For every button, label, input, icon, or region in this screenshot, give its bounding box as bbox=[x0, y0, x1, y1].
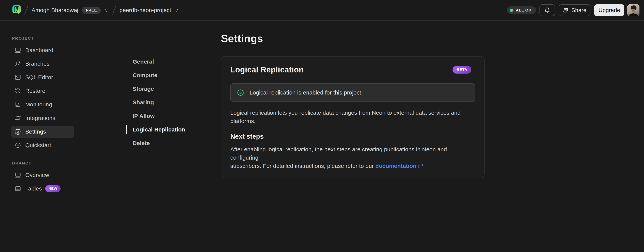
project-name: peerdb-neon-project bbox=[120, 7, 171, 14]
upgrade-button[interactable]: Upgrade bbox=[594, 4, 624, 16]
documentation-link[interactable]: documentation bbox=[376, 163, 416, 169]
status-pill[interactable]: ALL OK bbox=[507, 6, 536, 14]
banner-text: Logical replication is enabled for this … bbox=[250, 90, 363, 96]
sidebar-item-label: Settings bbox=[25, 128, 46, 135]
unfold-icon bbox=[104, 8, 109, 13]
settings-nav-ip-allow[interactable]: IP Allow bbox=[132, 109, 189, 123]
sidebar-item-label: Integrations bbox=[25, 115, 55, 121]
settings-nav-storage[interactable]: Storage bbox=[132, 82, 189, 96]
sidebar-item-monitoring[interactable]: Monitoring bbox=[11, 98, 74, 110]
sidebar-item-dashboard[interactable]: Dashboard bbox=[11, 44, 74, 56]
settings-nav-label: Storage bbox=[132, 86, 154, 92]
project-section-label: PROJECT bbox=[12, 36, 86, 41]
bell-icon bbox=[544, 7, 550, 13]
breadcrumb-separator bbox=[112, 5, 116, 15]
settings-nav-general[interactable]: General bbox=[132, 55, 189, 68]
sidebar-item-label: Tables bbox=[25, 186, 42, 192]
project-nav-list: Dashboard Branches SQL Editor Restore Mo… bbox=[0, 44, 86, 151]
share-label: Share bbox=[572, 7, 586, 14]
sidebar-item-label: Quickstart bbox=[25, 142, 51, 148]
sidebar-item-label: Restore bbox=[25, 88, 45, 94]
tables-icon bbox=[15, 186, 21, 192]
share-button[interactable]: Share bbox=[559, 4, 590, 16]
branches-icon bbox=[15, 60, 21, 67]
plan-badge: FREE bbox=[82, 6, 101, 14]
avatar[interactable] bbox=[628, 4, 640, 16]
success-banner: Logical replication is enabled for this … bbox=[230, 83, 475, 102]
status-label: ALL OK bbox=[516, 8, 532, 12]
settings-nav-label: General bbox=[132, 58, 154, 65]
sidebar-item-label: Dashboard bbox=[25, 47, 54, 54]
org-breadcrumb[interactable]: Amogh Bharadwaj FREE bbox=[32, 6, 109, 14]
sidebar-item-branches[interactable]: Branches bbox=[11, 58, 74, 70]
sidebar-item-sql-editor[interactable]: SQL Editor bbox=[11, 71, 74, 83]
sidebar-item-label: Monitoring bbox=[25, 101, 52, 108]
sidebar-item-quickstart[interactable]: Quickstart bbox=[11, 139, 74, 151]
settings-nav-label: Sharing bbox=[132, 99, 154, 106]
sidebar-item-overview[interactable]: Overview bbox=[11, 169, 74, 181]
sidebar-item-label: Overview bbox=[25, 172, 49, 178]
sidebar-item-restore[interactable]: Restore bbox=[11, 85, 74, 97]
main-content: Settings Logical Replication BETA Logica… bbox=[221, 32, 484, 178]
sidebar-item-label: Branches bbox=[25, 60, 50, 67]
sidebar-item-settings[interactable]: Settings bbox=[11, 126, 74, 138]
monitoring-icon bbox=[15, 101, 21, 108]
next-steps-title: Next steps bbox=[230, 132, 475, 141]
sql-editor-icon bbox=[15, 74, 21, 80]
settings-nav-delete[interactable]: Delete bbox=[132, 136, 189, 150]
settings-nav-label: Logical Replication bbox=[132, 126, 185, 133]
project-breadcrumb[interactable]: peerdb-neon-project bbox=[120, 7, 180, 14]
next-steps-text: After enabling logical replication, the … bbox=[230, 145, 475, 170]
dashboard-icon bbox=[15, 47, 21, 54]
branch-nav-list: Overview Tables NEW bbox=[0, 169, 86, 195]
integrations-icon bbox=[15, 115, 21, 121]
settings-nav-label: Delete bbox=[132, 140, 150, 146]
settings-nav-compute[interactable]: Compute bbox=[132, 68, 189, 82]
settings-nav-logical-replication[interactable]: Logical Replication bbox=[132, 123, 189, 136]
sidebar-item-label: SQL Editor bbox=[25, 74, 53, 80]
logical-replication-card: Logical Replication BETA Logical replica… bbox=[221, 56, 484, 178]
top-bar: Amogh Bharadwaj FREE peerdb-neon-project… bbox=[0, 0, 644, 21]
sidebar-item-integrations[interactable]: Integrations bbox=[11, 112, 74, 124]
notifications-button[interactable] bbox=[540, 4, 555, 16]
settings-nav-label: IP Allow bbox=[132, 113, 155, 119]
people-icon bbox=[563, 7, 569, 13]
neon-logo[interactable] bbox=[12, 5, 21, 16]
external-link-icon bbox=[418, 164, 423, 169]
org-name: Amogh Bharadwaj bbox=[32, 7, 78, 14]
settings-nav-sharing[interactable]: Sharing bbox=[132, 96, 189, 109]
description-text: Logical replication lets you replicate d… bbox=[230, 109, 475, 125]
branch-section-label: BRANCH bbox=[12, 161, 86, 166]
check-circle-icon bbox=[237, 89, 244, 96]
sidebar-item-tables[interactable]: Tables NEW bbox=[11, 182, 74, 195]
overview-icon bbox=[15, 172, 21, 178]
page-title: Settings bbox=[221, 32, 484, 44]
quickstart-icon bbox=[15, 142, 21, 148]
card-title: Logical Replication bbox=[230, 65, 304, 75]
settings-icon bbox=[15, 128, 21, 135]
new-badge: NEW bbox=[45, 185, 60, 192]
unfold-icon bbox=[174, 8, 180, 13]
sidebar: PROJECT Dashboard Branches SQL Editor Re… bbox=[0, 21, 86, 252]
beta-badge: BETA bbox=[452, 66, 472, 74]
status-dot-icon bbox=[510, 9, 513, 12]
settings-sub-nav: GeneralComputeStorageSharingIP AllowLogi… bbox=[126, 55, 189, 150]
breadcrumb-separator bbox=[24, 5, 28, 15]
restore-icon bbox=[15, 88, 21, 94]
settings-nav-label: Compute bbox=[132, 72, 157, 78]
